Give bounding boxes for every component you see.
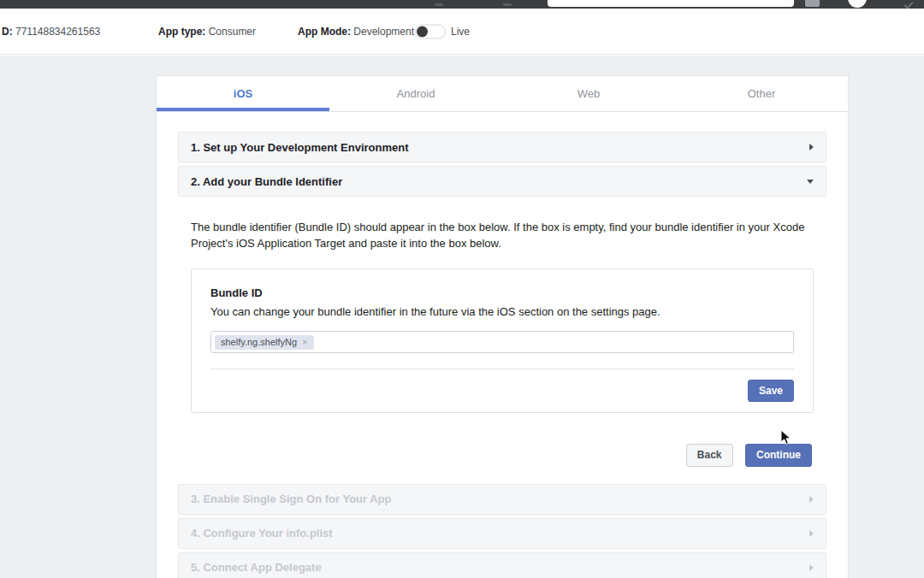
bundle-id-tag: shelfy.ng.shelfyNg × <box>215 335 314 350</box>
app-mode-toggle[interactable] <box>415 24 446 38</box>
app-type-label: App type: <box>158 26 205 38</box>
app-id: D: 771148834261563 <box>2 26 100 38</box>
step-nav-row: Back Continue <box>191 444 814 466</box>
top-navbar <box>0 0 924 9</box>
platform-tabs: iOS Android Web Other <box>157 76 848 112</box>
caret-right-icon <box>809 530 814 537</box>
step-3-title: 3. Enable Single Sign On for Your App <box>191 492 392 505</box>
tab-other[interactable]: Other <box>675 76 848 111</box>
tab-other-label: Other <box>748 87 776 100</box>
tab-ios[interactable]: iOS <box>157 76 329 111</box>
bundle-id-description: You can change your bundle identifier in… <box>210 305 794 318</box>
step-4-header[interactable]: 4. Configure Your info.plist <box>178 518 826 549</box>
global-search-input[interactable] <box>548 0 794 7</box>
caret-down-icon <box>807 180 814 184</box>
avatar[interactable] <box>848 0 867 8</box>
save-button[interactable]: Save <box>748 380 794 402</box>
app-header: D: 771148834261563 App type: Consumer Ap… <box>0 9 924 55</box>
bundle-id-panel: Bundle ID You can change your bundle ide… <box>191 268 814 413</box>
app-mode-label: App Mode: <box>298 26 351 38</box>
app-mode-value: Development <box>353 26 414 38</box>
caret-right-icon <box>809 564 814 571</box>
step-2-body: The bundle identifier (Bundle ID) should… <box>178 197 826 481</box>
screen: D: 771148834261563 App type: Consumer Ap… <box>0 0 924 578</box>
caret-right-icon <box>809 496 814 503</box>
bundle-id-title: Bundle ID <box>210 286 794 299</box>
content-area: iOS Android Web Other 1. Set up Your Dev… <box>0 56 924 578</box>
remove-tag-icon[interactable]: × <box>302 338 307 347</box>
tab-web-label: Web <box>578 87 601 100</box>
nav-icon <box>503 3 512 6</box>
nav-icon <box>435 3 443 6</box>
toggle-knob <box>417 26 428 37</box>
step-3-header[interactable]: 3. Enable Single Sign On for Your App <box>178 484 826 515</box>
step-2-block: 2. Add your Bundle Identifier The bundle… <box>178 166 826 481</box>
quickstart-card: iOS Android Web Other 1. Set up Your Dev… <box>156 75 849 578</box>
caret-right-icon <box>809 144 814 150</box>
app-type: App type: Consumer <box>158 26 256 38</box>
bundle-intro-text: The bundle identifier (Bundle ID) should… <box>191 219 814 251</box>
back-button[interactable]: Back <box>686 444 733 466</box>
tab-web[interactable]: Web <box>502 76 675 111</box>
app-type-value: Consumer <box>209 26 256 38</box>
step-5-title: 5. Connect App Delegate <box>191 561 322 574</box>
step-2-header[interactable]: 2. Add your Bundle Identifier <box>178 166 826 197</box>
save-row: Save <box>210 369 794 412</box>
tab-android-label: Android <box>397 87 435 100</box>
continue-button[interactable]: Continue <box>745 444 812 466</box>
step-4-title: 4. Configure Your info.plist <box>191 527 333 540</box>
step-2-title: 2. Add your Bundle Identifier <box>191 175 342 188</box>
app-mode: App Mode: Development <box>298 26 414 38</box>
tab-android[interactable]: Android <box>329 76 502 111</box>
tab-ios-label: iOS <box>234 87 252 100</box>
bundle-id-tag-label: shelfy.ng.shelfyNg <box>221 338 297 347</box>
step-1-header[interactable]: 1. Set up Your Development Environment <box>178 132 826 162</box>
app-id-label: D: <box>2 26 13 38</box>
step-5-header[interactable]: 5. Connect App Delegate <box>178 552 826 578</box>
app-id-value: 771148834261563 <box>15 26 100 38</box>
card-body: 1. Set up Your Development Environment 2… <box>157 112 848 578</box>
apps-grid-icon[interactable] <box>805 0 820 7</box>
step-1-title: 1. Set up Your Development Environment <box>191 141 409 154</box>
live-label: Live <box>451 26 470 38</box>
bundle-id-input[interactable]: shelfy.ng.shelfyNg × <box>210 331 794 353</box>
